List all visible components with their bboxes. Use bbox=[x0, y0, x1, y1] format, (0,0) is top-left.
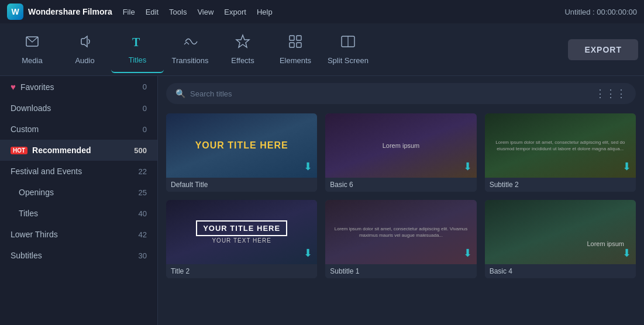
card-basic-4-thumb: Lorem ipsum ⬇ bbox=[485, 200, 636, 264]
card-subtitle-2[interactable]: Lorem ipsum dolor sit amet, consectetur … bbox=[485, 113, 636, 192]
toolbar-media-label: Media bbox=[22, 56, 42, 65]
toolbar-audio[interactable]: Audio bbox=[58, 26, 111, 73]
toolbar-transitions[interactable]: Transitions bbox=[164, 26, 216, 73]
sidebar-item-custom-label: Custom bbox=[11, 125, 39, 134]
svg-rect-4 bbox=[297, 36, 301, 40]
sidebar-item-lower-thirds-label: Lower Thirds bbox=[11, 230, 58, 239]
menu-help[interactable]: Help bbox=[257, 8, 273, 16]
toolbar-elements-label: Elements bbox=[280, 56, 311, 65]
toolbar-audio-label: Audio bbox=[75, 56, 94, 65]
svg-rect-3 bbox=[290, 36, 294, 40]
titles-icon: T bbox=[130, 33, 145, 52]
sidebar: ♥ Favorites 0 Downloads 0 Custom 0 HOT R… bbox=[0, 76, 158, 325]
download-icon: ⬇ bbox=[304, 247, 312, 260]
download-icon: ⬇ bbox=[463, 160, 472, 173]
svg-rect-6 bbox=[297, 43, 301, 47]
menu-view[interactable]: View bbox=[197, 8, 213, 16]
toolbar: Media Audio T Titles Transitions Effects… bbox=[0, 23, 644, 76]
toolbar-effects-label: Effects bbox=[231, 56, 254, 65]
toolbar-elements[interactable]: Elements bbox=[269, 26, 322, 73]
card-title-2-label: Title 2 bbox=[166, 264, 317, 278]
card-basic-6-thumb: Lorem ipsum ⬇ bbox=[325, 113, 476, 178]
menu-file[interactable]: File bbox=[123, 8, 135, 16]
toolbar-transitions-label: Transitions bbox=[171, 56, 208, 65]
svg-rect-5 bbox=[290, 43, 294, 47]
search-input[interactable] bbox=[190, 89, 590, 98]
toolbar-split-screen-label: Split Screen bbox=[328, 56, 369, 65]
hot-badge: HOT bbox=[11, 147, 27, 154]
menu-export[interactable]: Export bbox=[224, 8, 246, 16]
sidebar-item-downloads[interactable]: Downloads 0 bbox=[0, 98, 157, 119]
card-subtitle-1[interactable]: Lorem ipsum dolor sit amet, consectetur … bbox=[325, 200, 476, 278]
toolbar-titles[interactable]: T Titles bbox=[111, 26, 164, 73]
sidebar-item-downloads-label: Downloads bbox=[11, 103, 51, 113]
sidebar-item-openings-count: 25 bbox=[139, 188, 147, 197]
card-default-title-label: Default Title bbox=[166, 178, 317, 192]
search-icon: 🔍 bbox=[175, 89, 185, 98]
card-basic-4-label: Basic 4 bbox=[485, 264, 636, 278]
card-subtitle-2-label: Subtitle 2 bbox=[485, 178, 636, 192]
sidebar-item-custom-count: 0 bbox=[143, 125, 147, 134]
app-logo: W Wondershare Filmora bbox=[7, 4, 112, 20]
grid-toggle-icon[interactable]: ⋮⋮⋮ bbox=[595, 87, 626, 100]
sidebar-item-custom[interactable]: Custom 0 bbox=[0, 119, 157, 140]
sidebar-item-lower-thirds[interactable]: Lower Thirds 42 bbox=[0, 224, 157, 245]
sidebar-item-titles-label: Titles bbox=[11, 209, 38, 218]
sidebar-item-lower-thirds-count: 42 bbox=[139, 230, 147, 239]
sidebar-item-titles[interactable]: Titles 40 bbox=[0, 203, 157, 224]
card-subtitle-2-text: Lorem ipsum dolor sit amet, consectetur … bbox=[491, 139, 630, 152]
split-screen-icon bbox=[340, 34, 356, 53]
card-basic-6[interactable]: Lorem ipsum ⬇ Basic 6 bbox=[325, 113, 476, 192]
sidebar-item-recommended-label: Recommended bbox=[32, 146, 91, 155]
sidebar-item-recommended[interactable]: HOT Recommended 500 bbox=[0, 140, 157, 161]
card-subtitle-1-thumb: Lorem ipsum dolor sit amet, consectetur … bbox=[325, 200, 476, 264]
card-default-title-text: YOUR TITLE HERE bbox=[195, 140, 288, 151]
toolbar-effects[interactable]: Effects bbox=[216, 26, 269, 73]
transitions-icon bbox=[182, 34, 198, 53]
toolbar-split-screen[interactable]: Split Screen bbox=[322, 26, 374, 73]
card-title-2[interactable]: YOUR TITLE HERE YOUR TEXT HERE ⬇ Title 2 bbox=[166, 200, 317, 278]
sidebar-item-favorites-label: Favorites bbox=[20, 82, 54, 92]
card-title-2-subtext: YOUR TEXT HERE bbox=[196, 237, 287, 244]
toolbar-titles-label: Titles bbox=[129, 56, 147, 64]
elements-icon bbox=[288, 34, 303, 53]
sidebar-item-downloads-count: 0 bbox=[143, 104, 147, 113]
sidebar-item-festival-events[interactable]: Festival and Events 22 bbox=[0, 161, 157, 182]
sidebar-item-subtitles-count: 30 bbox=[139, 251, 147, 260]
sidebar-item-favorites-count: 0 bbox=[143, 82, 147, 91]
sidebar-item-openings-label: Openings bbox=[11, 188, 54, 197]
toolbar-media[interactable]: Media bbox=[6, 26, 58, 73]
effects-icon bbox=[235, 34, 250, 53]
title-bar-info: Untitled : 00:00:00:00 bbox=[564, 8, 637, 16]
sidebar-item-openings[interactable]: Openings 25 bbox=[0, 182, 157, 203]
download-icon: ⬇ bbox=[622, 247, 631, 260]
media-icon bbox=[25, 34, 40, 53]
svg-text:T: T bbox=[132, 36, 140, 49]
card-basic-4[interactable]: Lorem ipsum ⬇ Basic 4 bbox=[485, 200, 636, 278]
download-icon: ⬇ bbox=[622, 160, 631, 173]
card-basic-6-text: Lorem ipsum bbox=[378, 141, 425, 150]
app-name: Wondershare Filmora bbox=[28, 7, 112, 16]
sidebar-item-recommended-count: 500 bbox=[134, 146, 147, 155]
menu-bar: W Wondershare Filmora File Edit Tools Vi… bbox=[0, 0, 644, 23]
titles-grid: YOUR TITLE HERE ⬇ Default Title Lorem ip… bbox=[158, 109, 644, 286]
card-subtitle-1-label: Subtitle 1 bbox=[325, 264, 476, 278]
content-area: 🔍 ⋮⋮⋮ YOUR TITLE HERE ⬇ Default Title bbox=[158, 76, 644, 325]
sidebar-item-subtitles-label: Subtitles bbox=[11, 251, 42, 260]
card-default-title[interactable]: YOUR TITLE HERE ⬇ Default Title bbox=[166, 113, 317, 192]
audio-icon bbox=[77, 34, 92, 53]
svg-marker-2 bbox=[236, 35, 249, 47]
export-button[interactable]: EXPORT bbox=[568, 39, 638, 60]
card-subtitle-2-thumb: Lorem ipsum dolor sit amet, consectetur … bbox=[485, 113, 636, 178]
card-default-title-thumb: YOUR TITLE HERE ⬇ bbox=[166, 113, 317, 178]
logo-icon: W bbox=[7, 4, 23, 20]
card-title-2-thumb: YOUR TITLE HERE YOUR TEXT HERE ⬇ bbox=[166, 200, 317, 264]
sidebar-item-favorites[interactable]: ♥ Favorites 0 bbox=[0, 76, 157, 98]
sidebar-item-festival-events-label: Festival and Events bbox=[11, 167, 82, 176]
sidebar-item-subtitles[interactable]: Subtitles 30 bbox=[0, 245, 157, 266]
sidebar-item-festival-events-count: 22 bbox=[139, 167, 147, 176]
sidebar-item-titles-count: 40 bbox=[139, 209, 147, 218]
menu-edit[interactable]: Edit bbox=[146, 8, 159, 16]
menu-tools[interactable]: Tools bbox=[169, 8, 187, 16]
download-icon: ⬇ bbox=[463, 247, 472, 260]
